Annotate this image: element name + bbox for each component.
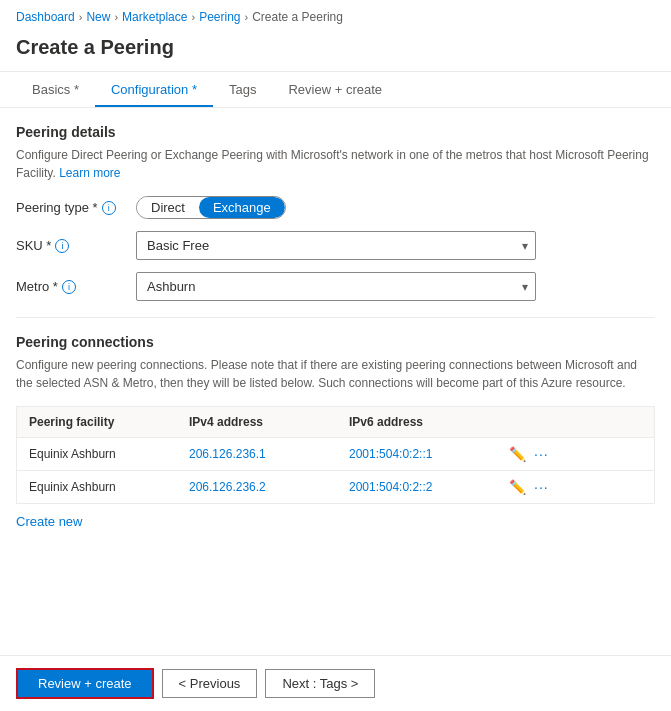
row1-ipv6[interactable]: 2001:504:0:2::1 <box>337 438 497 470</box>
breadcrumb-peering[interactable]: Peering <box>199 10 240 24</box>
breadcrumb-sep-1: › <box>79 11 83 23</box>
previous-button[interactable]: < Previous <box>162 669 258 698</box>
breadcrumb-sep-2: › <box>114 11 118 23</box>
row1-facility: Equinix Ashburn <box>17 438 177 470</box>
col-header-actions <box>497 407 557 437</box>
peering-type-label: Peering type * i <box>16 200 136 215</box>
table-header-row: Peering facility IPv4 address IPv6 addre… <box>17 407 654 438</box>
breadcrumb: Dashboard › New › Marketplace › Peering … <box>0 0 671 30</box>
row1-edit-icon[interactable]: ✏️ <box>509 446 526 462</box>
metro-info-icon[interactable]: i <box>62 280 76 294</box>
metro-select-wrapper: Ashburn ▾ <box>136 272 536 301</box>
breadcrumb-sep-3: › <box>191 11 195 23</box>
create-new-link[interactable]: Create new <box>16 514 82 529</box>
peering-connections-description: Configure new peering connections. Pleas… <box>16 356 655 392</box>
row1-more-icon[interactable]: ··· <box>534 446 549 462</box>
peering-type-direct[interactable]: Direct <box>137 197 199 218</box>
row2-ipv4[interactable]: 206.126.236.2 <box>177 471 337 503</box>
sku-row: SKU * i Basic Free ▾ <box>16 231 655 260</box>
tab-configuration[interactable]: Configuration * <box>95 72 213 107</box>
peering-type-toggle[interactable]: Direct Exchange <box>136 196 286 219</box>
sku-select[interactable]: Basic Free <box>136 231 536 260</box>
table-row: Equinix Ashburn 206.126.236.1 2001:504:0… <box>17 438 654 471</box>
page-title: Create a Peering <box>0 30 671 72</box>
breadcrumb-marketplace[interactable]: Marketplace <box>122 10 187 24</box>
peering-type-exchange[interactable]: Exchange <box>199 197 285 218</box>
tab-basics[interactable]: Basics * <box>16 72 95 107</box>
row2-edit-icon[interactable]: ✏️ <box>509 479 526 495</box>
col-header-ipv6: IPv6 address <box>337 407 497 437</box>
table-row: Equinix Ashburn 206.126.236.2 2001:504:0… <box>17 471 654 503</box>
breadcrumb-dashboard[interactable]: Dashboard <box>16 10 75 24</box>
learn-more-link[interactable]: Learn more <box>59 166 120 180</box>
sku-label: SKU * i <box>16 238 136 253</box>
metro-select[interactable]: Ashburn <box>136 272 536 301</box>
review-create-button[interactable]: Review + create <box>16 668 154 699</box>
col-header-ipv4: IPv4 address <box>177 407 337 437</box>
next-button[interactable]: Next : Tags > <box>265 669 375 698</box>
metro-label: Metro * i <box>16 279 136 294</box>
breadcrumb-new[interactable]: New <box>86 10 110 24</box>
row1-actions: ✏️ ··· <box>497 438 557 470</box>
row1-ipv4[interactable]: 206.126.236.1 <box>177 438 337 470</box>
row2-more-icon[interactable]: ··· <box>534 479 549 495</box>
peering-connections-title: Peering connections <box>16 334 655 350</box>
tab-bar: Basics * Configuration * Tags Review + c… <box>0 72 671 108</box>
peering-type-info-icon[interactable]: i <box>102 201 116 215</box>
peering-details-description: Configure Direct Peering or Exchange Pee… <box>16 146 655 182</box>
breadcrumb-sep-4: › <box>245 11 249 23</box>
sku-info-icon[interactable]: i <box>55 239 69 253</box>
footer: Review + create < Previous Next : Tags > <box>0 655 671 711</box>
peering-details-title: Peering details <box>16 124 655 140</box>
row2-ipv6[interactable]: 2001:504:0:2::2 <box>337 471 497 503</box>
sku-select-wrapper: Basic Free ▾ <box>136 231 536 260</box>
peering-connections-table: Peering facility IPv4 address IPv6 addre… <box>16 406 655 504</box>
row2-actions: ✏️ ··· <box>497 471 557 503</box>
peering-type-row: Peering type * i Direct Exchange <box>16 196 655 219</box>
breadcrumb-current: Create a Peering <box>252 10 343 24</box>
metro-row: Metro * i Ashburn ▾ <box>16 272 655 301</box>
tab-tags[interactable]: Tags <box>213 72 272 107</box>
tab-review-create[interactable]: Review + create <box>272 72 398 107</box>
col-header-facility: Peering facility <box>17 407 177 437</box>
section-divider <box>16 317 655 318</box>
row2-facility: Equinix Ashburn <box>17 471 177 503</box>
